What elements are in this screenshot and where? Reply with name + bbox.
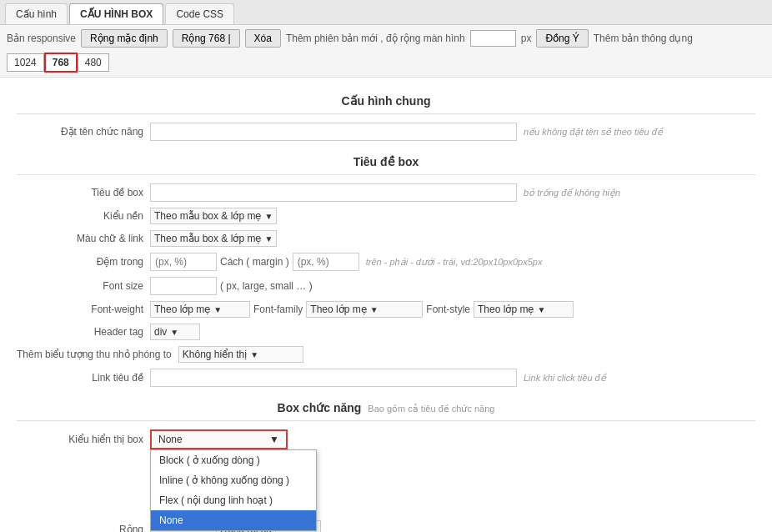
option-flex[interactable]: Flex ( nội dung linh hoạt ) [151, 490, 316, 510]
dat-ten-label: Đặt tên chức năng [17, 126, 150, 138]
kieu-hien-thi-dropdown: Block ( ở xuống dòng ) Inline ( ở không … [150, 449, 317, 531]
add-version-label: Thêm phiên bản mới , độ rộng màn hình [286, 33, 465, 44]
padding-hint: trên - phải - dưới - trái, vd:20px10px0p… [366, 257, 543, 268]
btn-768[interactable]: Rộng 768 | [173, 29, 240, 48]
link-tieu-de-label: Link tiêu đề [17, 372, 150, 384]
toolbar: Bản responsive Rộng mặc định Rộng 768 | … [0, 25, 772, 78]
header-tag-select[interactable]: div ▼ [150, 324, 200, 340]
responsive-label: Bản responsive [7, 33, 76, 44]
kieu-hien-thi-label: Kiểu hiển thị box [17, 434, 150, 445]
row-mau-chu: Màu chữ & link Theo mẫu box & lớp mẹ ▼ [17, 230, 755, 247]
row-tieu-de: Tiêu đề box bỏ trống để không hiện [17, 183, 755, 202]
main-content: Cấu hình chung Đặt tên chức năng nếu khô… [0, 78, 772, 532]
rong-label: Rộng [17, 524, 150, 532]
width-768[interactable]: 768 [44, 53, 78, 73]
width-480[interactable]: 480 [78, 53, 109, 72]
chevron-down-icon: ▼ [250, 350, 258, 359]
tieu-de-label: Tiêu đề box [17, 187, 150, 198]
dat-ten-hint: nếu không đặt tên sẽ theo tiêu đề [524, 127, 663, 138]
btn-xoa[interactable]: Xóa [245, 29, 281, 48]
font-weight-label: Font-weight [17, 304, 150, 315]
row-font-weight: Font-weight Theo lớp mẹ ▼ Font-family Th… [17, 301, 755, 318]
link-tieu-de-hint: Link khi click tiêu đề [524, 373, 606, 384]
chevron-down-icon: ▼ [264, 212, 273, 221]
mau-chu-label: Màu chữ & link [17, 233, 150, 244]
font-style-select[interactable]: Theo lớp mẹ ▼ [474, 301, 574, 318]
row-kieu-hien-thi: Kiểu hiển thị box None ▼ Block ( ở xuống… [17, 429, 755, 449]
width-options: 1024 768 480 [7, 53, 109, 73]
tab-cau-hinh-box[interactable]: CẤU HÌNH BOX [69, 3, 163, 24]
dem-trong-input[interactable] [150, 253, 217, 271]
chevron-down-icon: ▼ [263, 434, 279, 445]
chevron-down-icon: ▼ [537, 305, 545, 314]
font-size-label: Font size [17, 280, 150, 292]
tab-code-css[interactable]: Code CSS [165, 3, 234, 24]
dem-trong-label: Đệm trong [17, 256, 150, 268]
row-header-tag: Header tag div ▼ [17, 324, 755, 340]
font-size-hint: ( px, large, small … ) [220, 280, 313, 292]
font-weight-select[interactable]: Theo lớp mẹ ▼ [150, 301, 250, 318]
option-inline[interactable]: Inline ( ở không xuống dòng ) [151, 470, 316, 490]
chevron-down-icon: ▼ [213, 305, 222, 314]
chevron-down-icon: ▼ [170, 328, 178, 337]
width-1024[interactable]: 1024 [7, 53, 44, 72]
mau-chu-select[interactable]: Theo mẫu box & lớp mẹ ▼ [150, 230, 277, 247]
tabs-bar: Cấu hình CẤU HÌNH BOX Code CSS [0, 0, 772, 25]
row-dat-ten: Đặt tên chức năng nếu không đặt tên sẽ t… [17, 123, 755, 141]
row-dem-trong: Đệm trong Cách ( margin ) trên - phải - … [17, 253, 755, 271]
thong-dung-label: Thêm bản thông dụng [594, 33, 693, 44]
bieu-tuong-select[interactable]: Không hiển thị ▼ [178, 346, 303, 363]
font-family-select[interactable]: Theo lớp mẹ ▼ [306, 301, 423, 318]
font-family-label: Font-family [253, 304, 303, 315]
box-chuc-nang-subtitle: Bao gồm cả tiêu đề chức năng [368, 404, 494, 414]
margin-input[interactable] [293, 253, 359, 271]
row-link-tieu-de: Link tiêu đề Link khi click tiêu đề [17, 369, 755, 387]
kieu-hien-thi-select[interactable]: None ▼ [150, 429, 288, 449]
option-block[interactable]: Block ( ở xuống dòng ) [151, 450, 316, 470]
kieu-nen-select[interactable]: Theo mẫu box & lớp mẹ ▼ [150, 208, 277, 224]
sep-label: | [228, 33, 230, 44]
row-font-size: Font size ( px, large, small … ) [17, 277, 755, 295]
font-size-input[interactable] [150, 277, 217, 295]
option-none[interactable]: None [151, 510, 316, 530]
tieu-de-hint: bỏ trống để không hiện [524, 188, 620, 198]
header-tag-label: Header tag [17, 326, 150, 338]
bieu-tuong-label: Thêm biểu tượng thu nhỏ phóng to [17, 349, 178, 360]
dat-ten-input[interactable] [150, 123, 517, 141]
kieu-nen-label: Kiểu nền [17, 210, 150, 222]
tieu-de-input[interactable] [150, 183, 517, 202]
link-tieu-de-input[interactable] [150, 369, 517, 387]
chevron-down-icon: ▼ [370, 305, 378, 314]
section-box-chuc-nang-title: Box chức năng [278, 401, 362, 414]
row-rong: Rộng Rộng tối đa [17, 520, 755, 532]
add-width-input[interactable] [470, 30, 516, 47]
px-label: px [521, 33, 532, 44]
font-style-label: Font-style [426, 304, 470, 315]
section-cau-hinh-chung-title: Cấu hình chung [17, 86, 755, 112]
dong-y-button[interactable]: Đồng Ý [536, 29, 588, 48]
btn-rong-mac-dinh[interactable]: Rộng mặc định [81, 29, 168, 48]
section-tieu-de-box-title: Tiêu đề box [17, 147, 755, 173]
row-bieu-tuong: Thêm biểu tượng thu nhỏ phóng to Không h… [17, 346, 755, 363]
row-kieu-nen: Kiểu nền Theo mẫu box & lớp mẹ ▼ [17, 208, 755, 224]
cach-margin-label: Cách ( margin ) [220, 256, 289, 268]
tab-cau-hinh[interactable]: Cấu hình [5, 3, 68, 24]
chevron-down-icon: ▼ [264, 234, 273, 243]
